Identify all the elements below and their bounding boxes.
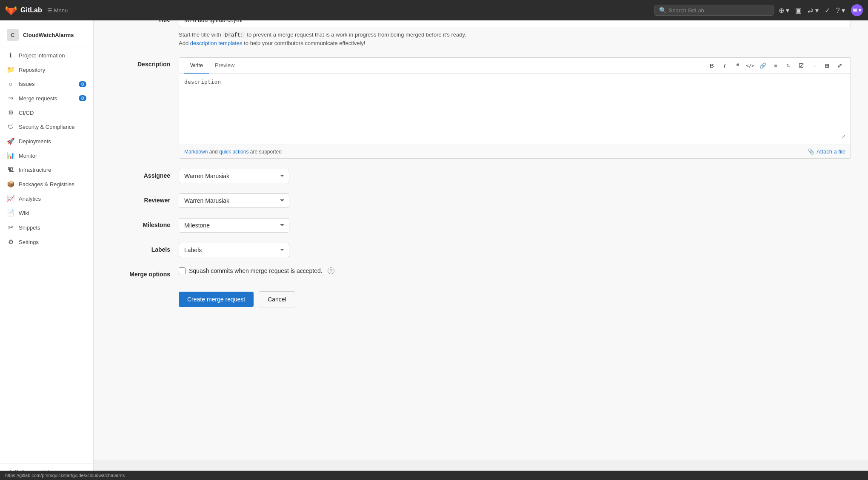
sidebar-label-issues: Issues (19, 81, 35, 87)
analytics-icon: 📈 (7, 195, 14, 202)
toolbar-indent[interactable]: → (808, 60, 820, 71)
sidebar-item-security-compliance[interactable]: 🛡 Security & Compliance (0, 120, 93, 134)
search-bar[interactable]: 🔍 (654, 5, 774, 16)
create-merge-request-button[interactable]: Create merge request (179, 292, 254, 307)
sidebar-item-deployments[interactable]: 🚀 Deployments (0, 134, 93, 148)
squash-checkbox[interactable] (179, 267, 186, 274)
toolbar-quote[interactable]: ❝ (731, 60, 743, 71)
editor-body: description (179, 74, 851, 145)
reviewer-group: Reviewer Warren Marusiak (111, 193, 851, 208)
merge-requests-badge: 0 (79, 95, 86, 101)
search-icon: 🔍 (659, 7, 666, 14)
deployments-icon: 🚀 (7, 137, 14, 145)
sidebar-item-merge-requests[interactable]: ⇒ Merge requests 0 (0, 91, 93, 105)
sidebar-label-merge-requests: Merge requests (19, 95, 57, 102)
sidebar-item-settings[interactable]: ⚙ Settings (0, 235, 93, 249)
nav-icons: ⊕ ▾ ▣ ⇄ ▾ ✓ ? ▾ W ▾ (779, 4, 863, 16)
reviewer-select[interactable]: Warren Marusiak (179, 193, 289, 208)
merge-options-row: Squash commits when merge request is acc… (179, 267, 851, 274)
sidebar-label-cicd: CI/CD (19, 110, 34, 116)
cancel-button[interactable]: Cancel (259, 291, 295, 307)
sidebar-item-snippets[interactable]: ✂ Snippets (0, 220, 93, 235)
sidebar-label-wiki: Wiki (19, 210, 29, 216)
merge-requests-icon: ⇒ (7, 94, 14, 102)
milestone-group: Milestone Milestone (111, 218, 851, 233)
infrastructure-icon: 🏗 (7, 166, 14, 173)
sidebar-label-project-information: Project information (19, 52, 65, 59)
sidebar-label-repository: Repository (19, 67, 45, 73)
labels-select[interactable]: Labels (179, 243, 289, 257)
toolbar-italic[interactable]: I (719, 60, 731, 71)
issues-icon: ○ (7, 80, 14, 88)
sidebar-item-infrastructure[interactable]: 🏗 Infrastructure (0, 163, 93, 177)
sidebar-item-cicd[interactable]: ⚙ CI/CD (0, 105, 93, 120)
assignee-select[interactable]: Warren Marusiak (179, 169, 289, 183)
toolbar-task[interactable]: ☑ (795, 60, 807, 71)
description-label: Description (111, 57, 179, 159)
sidebar-item-project-information[interactable]: ℹ Project information (0, 48, 93, 62)
merge-options-group: Merge options Squash commits when merge … (111, 267, 851, 278)
toolbar-table[interactable]: ⊞ (821, 60, 833, 71)
search-input[interactable] (669, 7, 769, 14)
reviewer-field: Warren Marusiak (179, 193, 851, 208)
squash-label[interactable]: Squash commits when merge request is acc… (189, 267, 323, 274)
sidebar-label-analytics: Analytics (19, 196, 41, 202)
sidebar-item-monitor[interactable]: 📊 Monitor (0, 148, 93, 163)
assignee-field: Warren Marusiak (179, 169, 851, 183)
toolbar-link[interactable]: 🔗 (757, 60, 769, 71)
milestone-select[interactable]: Milestone (179, 218, 289, 233)
quick-actions-link[interactable]: quick actions (219, 149, 248, 155)
sidebar-label-deployments: Deployments (19, 138, 51, 145)
repository-icon: 📁 (7, 66, 14, 74)
merge-options-field: Squash commits when merge request is acc… (179, 267, 851, 278)
hint-code: Draft: (223, 31, 245, 38)
gitlab-title: GitLab (20, 6, 42, 14)
sidebar-item-repository[interactable]: 📁 Repository (0, 62, 93, 77)
sidebar-label-infrastructure: Infrastructure (19, 167, 51, 173)
editor-footer-help: Markdown and quick actions are supported (184, 149, 282, 155)
description-textarea[interactable]: description (184, 79, 845, 138)
tab-write[interactable]: Write (184, 58, 209, 74)
merge-options-label: Merge options (111, 267, 179, 278)
project-avatar: C (7, 29, 19, 41)
cicd-icon: ⚙ (7, 109, 14, 116)
sidebar-item-wiki[interactable]: 📄 Wiki (0, 206, 93, 220)
project-information-icon: ℹ (7, 51, 14, 59)
milestone-field: Milestone (179, 218, 851, 233)
toolbar-bold[interactable]: B (706, 60, 718, 71)
attach-file-button[interactable]: 📎 Attach a file (808, 148, 845, 155)
sidebar-label-monitor: Monitor (19, 153, 37, 159)
create-icon[interactable]: ⊕ ▾ (779, 6, 789, 14)
assignee-label: Assignee (111, 169, 179, 183)
toolbar-fullscreen[interactable]: ⤢ (834, 60, 845, 71)
wiki-icon: 📄 (7, 209, 14, 217)
sidebar-item-analytics[interactable]: 📈 Analytics (0, 191, 93, 206)
editor-toolbar: B I ❝ </> 🔗 ≡ 1. ☑ → ⊞ ⤢ (706, 58, 845, 73)
security-icon: 🛡 (7, 123, 14, 131)
menu-button[interactable]: ☰ Menu (47, 7, 68, 14)
sidebar-label-snippets: Snippets (19, 224, 40, 231)
squash-help-icon[interactable]: ? (328, 267, 334, 274)
view-icon[interactable]: ▣ (795, 6, 802, 14)
attach-icon: 📎 (808, 148, 814, 155)
toolbar-ul[interactable]: ≡ (770, 60, 782, 71)
gitlab-logo[interactable]: GitLab (5, 4, 42, 16)
sidebar-project[interactable]: C CloudWatchAlarms (0, 24, 93, 46)
avatar[interactable]: W ▾ (851, 4, 863, 16)
help-icon[interactable]: ? ▾ (836, 6, 845, 14)
todo-icon[interactable]: ✓ (825, 6, 830, 14)
hint-start: Start the title with (179, 31, 221, 38)
toolbar-ol[interactable]: 1. (782, 60, 794, 71)
hint-add: Add (179, 40, 190, 46)
merge-icon[interactable]: ⇄ ▾ (808, 6, 818, 14)
sidebar-item-packages-registries[interactable]: 📦 Packages & Registries (0, 177, 93, 191)
toolbar-code[interactable]: </> (744, 60, 756, 71)
hint-end: to help your contributors communicate ef… (244, 40, 365, 46)
assignee-group: Assignee Warren Marusiak (111, 169, 851, 183)
sidebar-item-issues[interactable]: ○ Issues 0 (0, 77, 93, 91)
markdown-link[interactable]: Markdown (184, 149, 208, 155)
monitor-icon: 📊 (7, 152, 14, 159)
tab-preview[interactable]: Preview (209, 58, 240, 74)
description-group: Description Write Preview B I ❝ </> 🔗 ≡ … (111, 57, 851, 159)
description-templates-link[interactable]: description templates (190, 40, 243, 46)
